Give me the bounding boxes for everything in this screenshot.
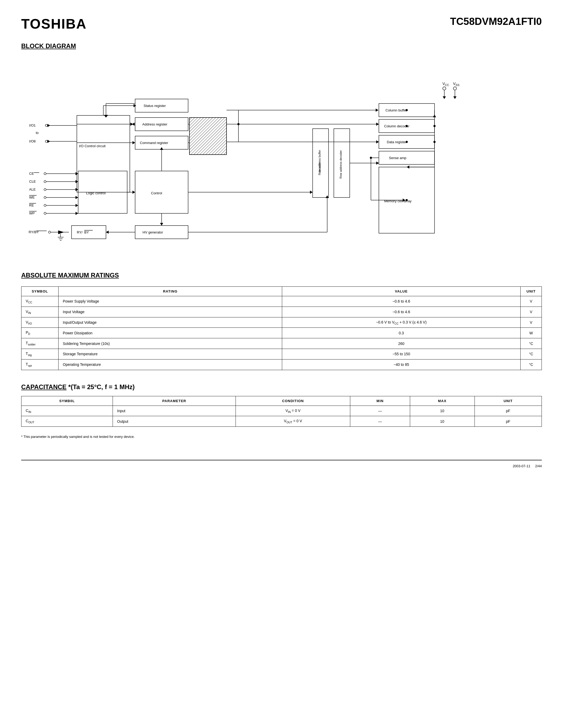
svg-marker-36 [132,141,135,144]
svg-text:WP: WP [29,211,35,215]
table-row: VI/O Input/Output Voltage −0.6 V to VCC … [21,317,542,328]
cap-symbol: COUT [21,416,113,427]
svg-point-144 [406,125,408,127]
footer-page: 2/44 [535,464,542,468]
svg-marker-103 [160,147,163,150]
company-logo: TOSHIBA [21,16,87,32]
col-symbol: SYMBOL [21,287,59,296]
svg-point-16 [45,140,47,142]
svg-text:WE: WE [29,195,35,199]
cap-min: — [350,416,410,427]
svg-marker-5 [443,96,446,99]
svg-text:HV generator: HV generator [142,230,163,234]
capacitance-table: SYMB0L PARAMETER CONDITION MIN MAX UNIT … [21,396,542,427]
unit-cell: V [521,296,542,307]
symbol-cell: Tsolder [21,338,59,349]
absolute-max-section: ABSOLUTE MAXIMUM RATINGS SYMBOL RATING V… [21,272,542,370]
svg-point-145 [406,109,408,111]
svg-text:BY: BY [84,230,89,234]
rating-cell: Power Supply Voltage [59,296,282,307]
svg-text:Logic control: Logic control [86,191,106,195]
cap-parameter: Input [113,406,236,416]
ratings-table: SYMBOL RATING VALUE UNIT VCC Power Suppl… [21,286,542,370]
svg-marker-130 [160,223,163,226]
svg-text:RE: RE [29,203,34,207]
svg-point-80 [44,181,46,183]
svg-point-115 [48,231,51,233]
symbol-cell: Topr [21,359,59,370]
svg-marker-57 [376,123,379,126]
svg-text:Data register: Data register [387,140,407,144]
col-value: VALUE [282,287,521,296]
table-row: Tsolder Soldering Temperature (10s) 260 … [21,338,542,349]
svg-text:VCC: VCC [443,82,449,87]
value-cell: −40 to 85 [282,359,521,370]
svg-text:ALE: ALE [29,187,36,191]
cap-symbol: CIN [21,406,113,416]
svg-text:Column buffer: Column buffer [386,108,407,112]
svg-text:I/O1: I/O1 [29,123,36,127]
svg-marker-117 [58,231,64,234]
block-diagram-title: BLOCK DIAGRAM [21,42,542,50]
footer-date: 2003-07-11 [513,464,530,468]
svg-marker-101 [75,212,78,215]
value-cell: 0.3 [282,328,521,338]
symbol-cell: VI/O [21,317,59,328]
cap-col-param: PARAMETER [113,396,236,406]
rating-cell: Input/Output Voltage [59,317,282,328]
unit-cell: V [521,307,542,317]
cap-max: 10 [410,416,475,427]
svg-point-89 [44,196,46,199]
svg-rect-8 [77,115,130,192]
svg-marker-73 [132,191,135,194]
rating-cell: Power Dissipation [59,328,282,338]
unit-cell: W [521,328,542,338]
table-row: PD Power Dissipation 0.3 W [21,328,542,338]
rating-cell: Input Voltage [59,307,282,317]
svg-rect-40 [189,118,226,155]
value-cell: 260 [282,338,521,349]
svg-point-2 [443,87,446,90]
svg-marker-13 [47,124,50,127]
svg-marker-91 [75,196,78,199]
rating-cell: Operating Temperature [59,359,282,370]
cap-unit: pF [475,416,542,427]
block-diagram-svg: VCC VSS I/O Control circuit I/O1 to I/O8… [21,57,542,258]
unit-cell: °C [521,349,542,359]
value-cell: −0.6 V to VCC + 0.3 V (≤ 4.6 V) [282,317,521,328]
svg-text:Command register: Command register [140,141,168,145]
svg-marker-105 [310,191,313,194]
svg-marker-7 [453,96,457,99]
svg-point-112 [370,157,372,159]
svg-marker-147 [407,165,409,169]
unit-cell: °C [521,359,542,370]
svg-point-136 [406,199,408,201]
svg-marker-29 [133,104,136,107]
svg-point-84 [44,188,46,191]
svg-marker-52 [376,109,378,112]
unit-cell: V [521,317,542,328]
svg-text:CLE: CLE [29,179,36,183]
footnote: * This parameter is periodically sampled… [21,435,542,439]
table-row: Topr Operating Temperature −40 to 85 °C [21,359,542,370]
svg-marker-59 [376,140,379,143]
cap-col-max: MAX [410,396,475,406]
footer: 2003-07-11 2/44 [21,460,542,468]
svg-text:I/O Control circuit: I/O Control circuit [79,144,106,148]
table-row: CIN Input VIN = 0 V — 10 pF [21,406,542,416]
footer-date-page: 2003-07-11 2/44 [513,464,542,468]
capacitance-condition: *(Ta = 25°C, f = 1 MHz) [68,383,135,390]
symbol-cell: PD [21,328,59,338]
svg-rect-49 [379,151,435,164]
svg-point-76 [44,173,46,175]
svg-point-3 [453,87,457,90]
cap-col-unit: UNIT [475,396,542,406]
svg-marker-139 [433,115,436,117]
svg-text:Status register: Status register [144,104,166,108]
svg-text:Row address decoder: Row address decoder [339,150,342,178]
table-row: VCC Power Supply Voltage −0.6 to 4.6 V [21,296,542,307]
cap-condition: VIN = 0 V [236,406,350,416]
rating-cell: Soldering Temperature (10s) [59,338,282,349]
capacitance-title: CAPACITANCE *(Ta = 25°C, f = 1 MHz) [21,383,542,391]
svg-text:I/O8: I/O8 [29,139,36,143]
